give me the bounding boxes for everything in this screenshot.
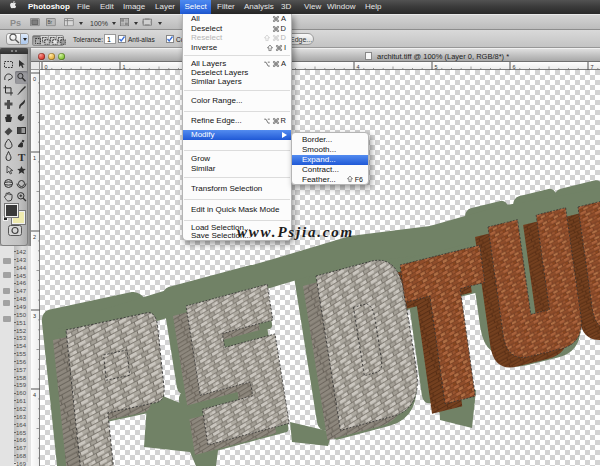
svg-text:2: 2 [33, 234, 36, 240]
svg-text:7: 7 [591, 64, 594, 70]
svg-text:0: 0 [45, 64, 48, 70]
svg-text:6: 6 [513, 64, 516, 70]
svg-text:Br: Br [48, 20, 53, 25]
svg-text:5: 5 [435, 64, 438, 70]
svg-text:1: 1 [123, 64, 126, 70]
svg-text:T: T [18, 151, 26, 162]
svg-text:4: 4 [33, 392, 36, 398]
svg-text:4: 4 [357, 64, 360, 70]
svg-text:1: 1 [33, 155, 36, 161]
svg-text:0: 0 [33, 76, 36, 82]
svg-text:3: 3 [33, 313, 36, 319]
